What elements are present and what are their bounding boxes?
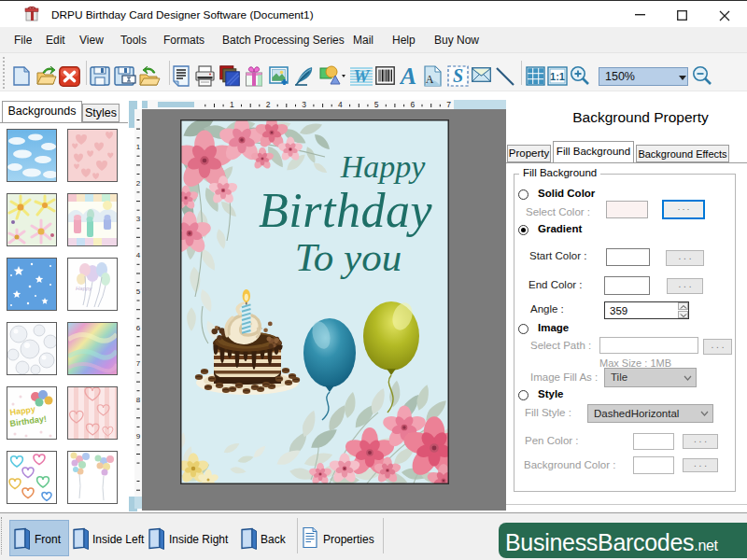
svg-text:1: 1 [136,143,141,151]
svg-text:To you: To you [295,235,402,279]
svg-text:A: A [400,65,416,87]
svg-text:2: 2 [136,179,141,188]
svg-text:8: 8 [136,396,141,404]
svg-text:9: 9 [136,432,141,441]
svg-text:Happy: Happy [340,149,427,184]
svg-text:2: 2 [266,100,271,109]
svg-text:3: 3 [302,100,306,109]
svg-text:S: S [453,65,463,86]
svg-text:W: W [354,66,371,86]
svg-text:1: 1 [230,100,234,109]
svg-text:5: 5 [374,100,379,109]
svg-text:3: 3 [136,215,141,223]
svg-text:1:1: 1:1 [550,71,565,82]
svg-text:4: 4 [136,251,141,259]
svg-text:7: 7 [446,100,451,109]
svg-text:Happy: Happy [76,286,92,291]
svg-text:Birthday: Birthday [259,184,432,237]
svg-text:6: 6 [410,100,415,109]
svg-text:6: 6 [136,324,141,332]
svg-text:7: 7 [136,359,141,368]
svg-text:5: 5 [136,287,141,296]
svg-text:A: A [426,73,434,86]
svg-text:4: 4 [338,100,343,109]
